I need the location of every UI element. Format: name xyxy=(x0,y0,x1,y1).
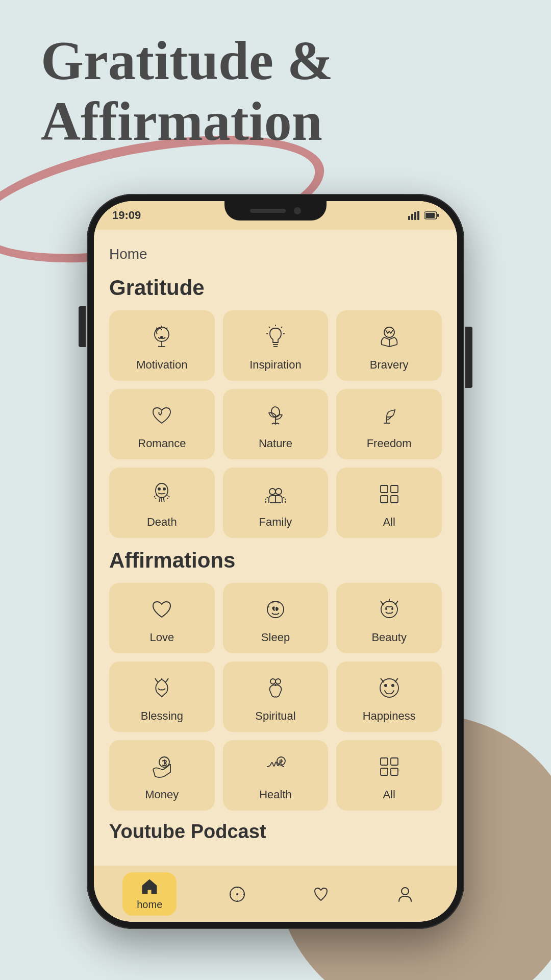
beauty-icon xyxy=(374,594,405,625)
svg-rect-64 xyxy=(391,768,398,775)
all-affirmation-label: All xyxy=(383,788,395,801)
gratitude-all[interactable]: All xyxy=(336,468,442,538)
affirmation-blessing[interactable]: Blessing xyxy=(109,662,215,732)
svg-rect-40 xyxy=(391,496,398,503)
affirmation-happiness[interactable]: Happiness xyxy=(336,662,442,732)
svg-rect-3 xyxy=(417,211,419,220)
top-nav-label: Home xyxy=(109,240,442,271)
blessing-icon xyxy=(146,673,177,703)
nav-profile[interactable] xyxy=(382,880,429,909)
svg-point-21 xyxy=(384,327,394,337)
romance-label: Romance xyxy=(138,437,186,450)
phone-mockup: 19:09 Home Gratitude xyxy=(87,194,464,929)
family-icon xyxy=(260,479,291,509)
svg-line-17 xyxy=(269,327,270,328)
gratitude-romance[interactable]: Romance xyxy=(109,389,215,459)
svg-point-54 xyxy=(384,684,387,687)
explore-icon xyxy=(228,885,246,903)
affirmation-beauty[interactable]: Beauty xyxy=(336,583,442,653)
page-title: Gratitude &Affirmation xyxy=(41,31,510,152)
nature-label: Nature xyxy=(259,437,292,450)
happiness-icon xyxy=(374,673,405,703)
status-icons xyxy=(408,211,439,220)
happiness-label: Happiness xyxy=(363,709,416,723)
gratitude-inspiration[interactable]: Inspiration xyxy=(223,310,329,381)
svg-rect-0 xyxy=(408,216,410,220)
signal-icon xyxy=(408,211,420,220)
health-label: Health xyxy=(259,788,292,801)
svg-line-28 xyxy=(159,497,160,502)
battery-icon xyxy=(424,211,439,220)
love-icon xyxy=(146,594,177,625)
blessing-label: Blessing xyxy=(141,709,183,723)
status-time: 19:09 xyxy=(112,209,141,222)
svg-line-11 xyxy=(156,328,157,329)
gratitude-family[interactable]: Family xyxy=(223,468,329,538)
svg-rect-63 xyxy=(381,768,388,775)
affirmation-all[interactable]: All xyxy=(336,740,442,811)
svg-rect-6 xyxy=(437,214,439,217)
svg-point-41 xyxy=(267,601,284,618)
svg-point-27 xyxy=(163,487,166,491)
screen-content[interactable]: Home Gratitude Motivation xyxy=(94,230,457,866)
spiritual-label: Spiritual xyxy=(255,709,295,723)
affirmation-sleep[interactable]: Sleep xyxy=(223,583,329,653)
all-gratitude-label: All xyxy=(383,516,395,529)
nav-favorites[interactable] xyxy=(297,880,344,909)
affirmations-section-title: Affirmations xyxy=(109,548,442,573)
all-affirmation-icon xyxy=(374,751,405,782)
love-label: Love xyxy=(149,631,174,644)
svg-rect-61 xyxy=(381,758,388,765)
gratitude-freedom[interactable]: Freedom xyxy=(336,389,442,459)
beauty-label: Beauty xyxy=(371,631,407,644)
freedom-label: Freedom xyxy=(367,437,412,450)
svg-point-45 xyxy=(381,601,397,618)
svg-point-46 xyxy=(385,608,387,610)
nav-home-label: home xyxy=(137,899,162,911)
nav-home[interactable]: home xyxy=(122,872,177,916)
notch-camera xyxy=(294,207,301,214)
death-label: Death xyxy=(147,516,177,529)
svg-line-18 xyxy=(281,327,282,328)
gratitude-death[interactable]: Death xyxy=(109,468,215,538)
favorites-icon xyxy=(312,885,330,903)
motivation-icon xyxy=(146,322,177,352)
status-bar: 19:09 xyxy=(94,201,457,230)
svg-rect-37 xyxy=(381,485,388,493)
svg-point-55 xyxy=(391,684,394,687)
gratitude-motivation[interactable]: Motivation xyxy=(109,310,215,381)
gratitude-nature[interactable]: Nature xyxy=(223,389,329,459)
svg-rect-38 xyxy=(391,485,398,493)
affirmation-spiritual[interactable]: Spiritual xyxy=(223,662,329,732)
motivation-label: Motivation xyxy=(136,358,187,372)
sleep-icon xyxy=(260,594,291,625)
money-icon xyxy=(146,751,177,782)
nav-explore[interactable] xyxy=(214,880,261,909)
death-icon xyxy=(146,479,177,509)
svg-point-36 xyxy=(276,488,282,495)
spiritual-icon xyxy=(260,673,291,703)
svg-rect-5 xyxy=(425,213,435,218)
affirmation-health[interactable]: Health xyxy=(223,740,329,811)
svg-point-66 xyxy=(236,893,238,895)
affirmation-money[interactable]: Money xyxy=(109,740,215,811)
svg-rect-62 xyxy=(391,758,398,765)
bravery-label: Bravery xyxy=(370,358,409,372)
svg-rect-1 xyxy=(411,214,413,220)
bottom-nav: home xyxy=(94,866,457,922)
svg-rect-2 xyxy=(414,212,416,220)
money-label: Money xyxy=(145,788,179,801)
gratitude-bravery[interactable]: Bravery xyxy=(336,310,442,381)
affirmation-love[interactable]: Love xyxy=(109,583,215,653)
inspiration-icon xyxy=(260,322,291,352)
phone-screen: 19:09 Home Gratitude xyxy=(94,201,457,922)
svg-point-67 xyxy=(402,888,409,895)
home-icon xyxy=(140,877,159,896)
notch-speaker xyxy=(250,209,286,213)
bravery-icon xyxy=(374,322,405,352)
youtube-section-title: Youtube Podcast xyxy=(109,821,442,843)
gratitude-section-title: Gratitude xyxy=(109,276,442,300)
svg-line-12 xyxy=(166,328,167,329)
freedom-icon xyxy=(374,400,405,431)
svg-point-26 xyxy=(158,487,161,491)
